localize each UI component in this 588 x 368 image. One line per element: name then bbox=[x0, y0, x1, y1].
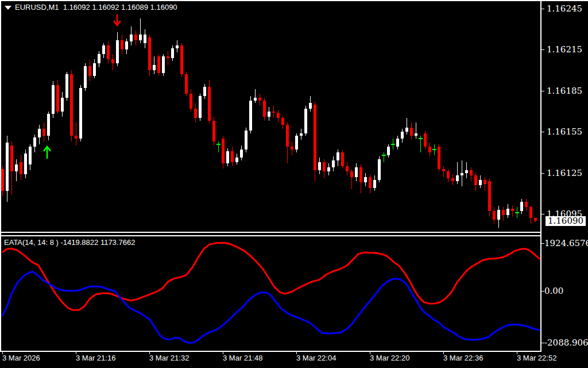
axis-separator[interactable] bbox=[540, 1, 541, 351]
window-top-border bbox=[0, 0, 588, 1]
time-axis-label: 3 Mar 22:36 bbox=[443, 354, 483, 362]
sell-arrow bbox=[114, 14, 121, 25]
chart-title-ohlc: EURUSD,M1 1.16092 1.16092 1.16089 1.1609… bbox=[15, 3, 177, 12]
price-axis-label: 1.16245 bbox=[547, 4, 582, 14]
indicator-line1 bbox=[2, 243, 540, 310]
current-price-box: 1.16090 bbox=[546, 216, 586, 226]
time-axis-label: 3 Mar 21:48 bbox=[223, 354, 262, 362]
time-axis-label: 3 Mar 2026 bbox=[2, 354, 40, 362]
indicator-axis-label: -2088.9063 bbox=[544, 338, 588, 348]
time-axis-label: 3 Mar 22:52 bbox=[517, 354, 556, 362]
time-axis-label: 3 Mar 22:04 bbox=[296, 354, 336, 362]
time-axis-label: 3 Mar 21:32 bbox=[149, 354, 189, 362]
time-axis-label: 3 Mar 22:20 bbox=[370, 354, 409, 362]
axis-ticks bbox=[2, 9, 544, 354]
time-axis-label: 3 Mar 21:16 bbox=[76, 354, 115, 362]
buy-arrow bbox=[44, 147, 51, 159]
indicator-axis-label: 0.00 bbox=[544, 286, 563, 296]
chart-window: EURUSD,M1 1.16092 1.16092 1.16089 1.1609… bbox=[0, 0, 588, 368]
window-left-border bbox=[0, 0, 1, 352]
symbol-dropdown-icon[interactable] bbox=[5, 6, 11, 10]
price-axis-label: 1.16185 bbox=[547, 86, 582, 96]
price-axis-label: 1.16215 bbox=[547, 45, 582, 55]
indicator-axis-label: 1924.6576 bbox=[544, 239, 588, 248]
indicator-label: EATA(14, 14: 8 ) -1419.8822 1173.7662 bbox=[4, 238, 135, 247]
indicator-pane-bottom-border bbox=[1, 351, 541, 352]
price-axis-label: 1.16155 bbox=[547, 127, 582, 137]
price-axis-label: 1.16125 bbox=[547, 168, 582, 178]
candles-layer bbox=[1, 18, 537, 228]
indicator-pane-top-border[interactable] bbox=[1, 235, 540, 236]
main-pane-bottom-border bbox=[1, 232, 540, 233]
chart-canvas bbox=[0, 0, 588, 368]
